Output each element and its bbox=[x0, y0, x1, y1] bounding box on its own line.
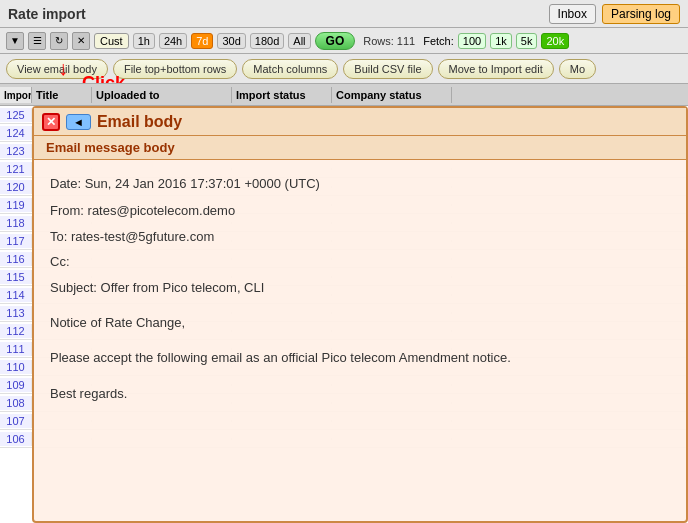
row-number[interactable]: 109 bbox=[0, 378, 32, 392]
row-number[interactable]: 112 bbox=[0, 324, 32, 338]
email-cc: Cc: bbox=[50, 250, 670, 273]
time-1h[interactable]: 1h bbox=[133, 33, 155, 49]
email-date: Date: Sun, 24 Jan 2016 17:37:01 +0000 (U… bbox=[50, 172, 670, 195]
more-button[interactable]: Mo bbox=[559, 59, 596, 79]
row-number[interactable]: 125 bbox=[0, 108, 32, 122]
row-number[interactable]: 121 bbox=[0, 162, 32, 176]
email-header-bar: ✕ ◄ Email body bbox=[34, 108, 686, 136]
email-subject: Subject: Offer from Pico telecom, CLI bbox=[50, 276, 670, 299]
row-number[interactable]: 117 bbox=[0, 234, 32, 248]
time-180d[interactable]: 180d bbox=[250, 33, 284, 49]
col-header-batch: Import batch bbox=[0, 87, 32, 103]
row-number[interactable]: 120 bbox=[0, 180, 32, 194]
build-csv-button[interactable]: Build CSV file bbox=[343, 59, 432, 79]
cancel-icon[interactable]: ✕ bbox=[72, 32, 90, 50]
email-body-overlay: ✕ ◄ Email body Email message body Date: … bbox=[32, 106, 688, 523]
cust-label: Cust bbox=[94, 33, 129, 49]
email-message-body-label: Email message body bbox=[46, 140, 175, 155]
titlebar-buttons: Inbox Parsing log bbox=[549, 4, 680, 24]
titlebar: Rate import Inbox Parsing log bbox=[0, 0, 688, 28]
time-24h[interactable]: 24h bbox=[159, 33, 187, 49]
time-all[interactable]: All bbox=[288, 33, 310, 49]
match-columns-button[interactable]: Match columns bbox=[242, 59, 338, 79]
fetch-20k[interactable]: 20k bbox=[541, 33, 569, 49]
list-icon[interactable]: ☰ bbox=[28, 32, 46, 50]
email-title: Email body bbox=[97, 113, 182, 131]
row-number[interactable]: 113 bbox=[0, 306, 32, 320]
row-number[interactable]: 115 bbox=[0, 270, 32, 284]
col-header-import-status: Import status bbox=[232, 87, 332, 103]
rows-count: Rows: 111 bbox=[363, 35, 415, 47]
move-to-import-button[interactable]: Move to Import edit bbox=[438, 59, 554, 79]
file-top-bottom-button[interactable]: File top+bottom rows bbox=[113, 59, 237, 79]
inbox-button[interactable]: Inbox bbox=[549, 4, 596, 24]
toolbar1: ▼ ☰ ↻ ✕ Cust 1h 24h 7d 30d 180d All GO R… bbox=[0, 28, 688, 54]
col-header-company-status: Company status bbox=[332, 87, 452, 103]
time-30d[interactable]: 30d bbox=[217, 33, 245, 49]
col-header-uploaded: Uploaded to bbox=[92, 87, 232, 103]
parsing-log-button[interactable]: Parsing log bbox=[602, 4, 680, 24]
fetch-1k[interactable]: 1k bbox=[490, 33, 512, 49]
row-number[interactable]: 108 bbox=[0, 396, 32, 410]
view-email-body-button[interactable]: View email body bbox=[6, 59, 108, 79]
row-number[interactable]: 106 bbox=[0, 432, 32, 446]
email-please: Please accept the following email as an … bbox=[50, 346, 670, 369]
row-number[interactable]: 118 bbox=[0, 216, 32, 230]
email-body-content: Date: Sun, 24 Jan 2016 17:37:01 +0000 (U… bbox=[34, 160, 686, 417]
fetch-5k[interactable]: 5k bbox=[516, 33, 538, 49]
col-header-title: Title bbox=[32, 87, 92, 103]
email-notice: Notice of Rate Change, bbox=[50, 311, 670, 334]
filter-icon[interactable]: ▼ bbox=[6, 32, 24, 50]
row-number[interactable]: 114 bbox=[0, 288, 32, 302]
fetch-label: Fetch: bbox=[423, 35, 454, 47]
row-number[interactable]: 119 bbox=[0, 198, 32, 212]
row-number[interactable]: 110 bbox=[0, 360, 32, 374]
email-to: To: rates-test@5gfuture.com bbox=[50, 225, 670, 248]
email-close-button[interactable]: ✕ bbox=[42, 113, 60, 131]
row-number[interactable]: 111 bbox=[0, 342, 32, 356]
go-button[interactable]: GO bbox=[315, 32, 356, 50]
table-area: Import batch Title Uploaded to Import st… bbox=[0, 84, 688, 523]
table-header: Import batch Title Uploaded to Import st… bbox=[0, 84, 688, 106]
app-title: Rate import bbox=[8, 6, 86, 22]
click-area: View email body ↓ Click bbox=[6, 59, 108, 79]
email-prev-button[interactable]: ◄ bbox=[66, 114, 91, 130]
toolbar2: View email body ↓ Click File top+bottom … bbox=[0, 54, 688, 84]
row-number[interactable]: 107 bbox=[0, 414, 32, 428]
fetch-100[interactable]: 100 bbox=[458, 33, 486, 49]
row-number[interactable]: 116 bbox=[0, 252, 32, 266]
time-7d[interactable]: 7d bbox=[191, 33, 213, 49]
email-regards: Best regards. bbox=[50, 382, 670, 405]
row-number[interactable]: 124 bbox=[0, 126, 32, 140]
row-number[interactable]: 123 bbox=[0, 144, 32, 158]
refresh-icon[interactable]: ↻ bbox=[50, 32, 68, 50]
email-from: From: rates@picotelecom.demo bbox=[50, 199, 670, 222]
